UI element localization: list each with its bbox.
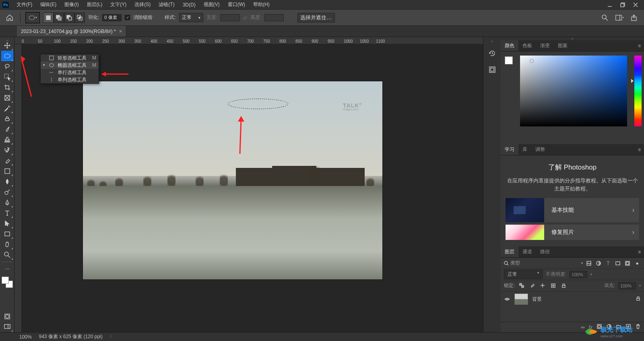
feather-input[interactable] <box>102 14 122 21</box>
flyout-ellipse-marquee[interactable]: • 椭圆选框工具 M <box>41 62 99 69</box>
gradient-tool-icon[interactable] <box>1 166 13 176</box>
menu-image[interactable]: 图像(I) <box>61 0 82 9</box>
blur-tool-icon[interactable] <box>1 176 13 187</box>
menu-3d[interactable]: 3D(D) <box>179 1 199 9</box>
tab-adjustments[interactable]: 调整 <box>531 144 549 155</box>
quick-select-tool-icon[interactable] <box>1 72 13 82</box>
color-field[interactable] <box>520 56 627 126</box>
edit-toolbar-icon[interactable]: ⋯ <box>1 264 13 274</box>
menu-help[interactable]: 帮助(H) <box>250 0 273 9</box>
lasso-tool-icon[interactable] <box>1 61 13 72</box>
menu-view[interactable]: 视图(V) <box>200 0 223 9</box>
properties-panel-icon[interactable] <box>487 64 498 75</box>
color-cursor-icon[interactable] <box>530 59 534 63</box>
tutorial-basics[interactable]: 基本技能 › <box>506 198 639 222</box>
fx-icon[interactable]: fx <box>589 324 592 330</box>
tab-paths[interactable]: 路径 <box>536 246 554 257</box>
document-dimensions[interactable]: 943 像素 x 625 像素 (120 ppi) <box>39 333 103 340</box>
hue-slider[interactable] <box>634 56 642 126</box>
menu-type[interactable]: 文字(Y) <box>107 0 130 9</box>
foreground-color-swatch[interactable] <box>2 277 9 284</box>
zoom-level[interactable]: 100% <box>19 334 32 340</box>
move-tool-icon[interactable] <box>1 40 13 51</box>
history-brush-tool-icon[interactable] <box>1 145 13 155</box>
selection-add-icon[interactable] <box>54 12 64 23</box>
tutorial-retouch[interactable]: 修复照片 › <box>506 225 639 240</box>
new-layer-icon[interactable] <box>625 324 631 331</box>
ruler-horizontal[interactable]: 0 50 100 150 200 250 300 350 400 450 500… <box>14 37 483 44</box>
visibility-toggle-icon[interactable] <box>504 296 510 302</box>
window-restore-icon[interactable] <box>618 1 627 8</box>
filter-image-icon[interactable] <box>585 260 592 267</box>
filter-adjust-icon[interactable] <box>595 260 602 267</box>
color-panel-swatches[interactable] <box>505 56 516 68</box>
selection-intersect-icon[interactable] <box>74 12 85 23</box>
mask-icon[interactable] <box>597 324 602 331</box>
ruler-vertical[interactable] <box>14 44 22 332</box>
window-minimize-icon[interactable] <box>605 1 614 8</box>
marquee-tool-icon[interactable] <box>1 51 13 61</box>
close-tab-icon[interactable]: × <box>119 28 122 34</box>
status-menu-icon[interactable]: 〉 <box>110 334 114 339</box>
canvas[interactable]: 矩形选框工具 M • 椭圆选框工具 M 单行选框工具 单列选框 <box>22 44 483 332</box>
share-icon[interactable] <box>630 13 638 22</box>
tab-gradients[interactable]: 渐变 <box>536 40 554 51</box>
current-tool-icon[interactable]: ▾ <box>25 12 40 23</box>
selection-new-icon[interactable] <box>43 12 54 23</box>
lock-all-icon[interactable] <box>560 282 567 289</box>
menu-filter[interactable]: 滤镜(T) <box>155 0 178 9</box>
screen-mode-icon[interactable] <box>1 322 13 332</box>
adjustment-layer-icon[interactable] <box>606 324 612 331</box>
layer-row-background[interactable]: 背景 <box>501 291 644 307</box>
lock-artboard-icon[interactable] <box>549 282 557 289</box>
select-and-mask-button[interactable]: 选择并遮住… <box>297 13 334 23</box>
pen-tool-icon[interactable] <box>1 197 13 208</box>
rectangle-tool-icon[interactable] <box>1 229 13 239</box>
menu-layer[interactable]: 图层(L) <box>83 0 106 9</box>
dodge-tool-icon[interactable] <box>1 187 13 197</box>
tab-layers[interactable]: 图层 <box>501 246 518 257</box>
window-close-icon[interactable] <box>631 1 640 8</box>
panel-menu-icon[interactable]: ≡ <box>635 43 644 49</box>
lock-icon[interactable] <box>636 296 641 302</box>
link-layers-icon[interactable]: ⇔ <box>581 324 585 330</box>
brush-tool-icon[interactable] <box>1 124 13 134</box>
menu-file[interactable]: 文件(F) <box>13 0 36 9</box>
selection-subtract-icon[interactable] <box>64 12 74 23</box>
layer-filter-type[interactable]: 类型▾ <box>504 260 583 267</box>
dock-grip-icon[interactable]: ‹‹ <box>489 39 495 43</box>
lock-position-icon[interactable] <box>539 282 546 289</box>
frame-tool-icon[interactable] <box>1 93 13 103</box>
flyout-single-row[interactable]: 单行选框工具 <box>41 69 99 76</box>
menu-edit[interactable]: 编辑(E) <box>37 0 60 9</box>
menu-select[interactable]: 选择(S) <box>131 0 154 9</box>
blend-mode-select[interactable]: 正常 ▾ <box>504 270 543 279</box>
filter-shape-icon[interactable] <box>614 260 621 267</box>
antialias-checkbox[interactable] <box>125 15 130 20</box>
menu-window[interactable]: 窗口(W) <box>224 0 249 9</box>
hand-tool-icon[interactable] <box>1 239 13 250</box>
lock-pixels-icon[interactable] <box>528 282 536 289</box>
delete-layer-icon[interactable] <box>635 324 641 331</box>
color-swatches[interactable] <box>2 277 13 288</box>
filter-type-icon[interactable]: T <box>605 260 612 267</box>
filter-smart-icon[interactable] <box>624 260 631 267</box>
tab-color[interactable]: 颜色 <box>501 40 518 51</box>
tab-swatches[interactable]: 色板 <box>518 40 536 51</box>
opacity-input[interactable]: 100% <box>570 271 587 278</box>
zoom-tool-icon[interactable] <box>1 250 13 260</box>
fill-input[interactable]: 100% <box>618 282 636 289</box>
eyedropper-tool-icon[interactable] <box>1 103 13 114</box>
flyout-single-column[interactable]: 单列选框工具 <box>41 76 99 83</box>
eraser-tool-icon[interactable] <box>1 155 13 166</box>
flyout-rect-marquee[interactable]: 矩形选框工具 M <box>41 54 99 62</box>
tab-libraries[interactable]: 库 <box>518 144 531 155</box>
filter-toggle-icon[interactable]: ● <box>634 260 641 267</box>
tab-learn[interactable]: 学习 <box>501 144 518 155</box>
quick-mask-icon[interactable] <box>1 311 13 322</box>
type-tool-icon[interactable] <box>1 208 13 218</box>
home-button[interactable] <box>4 12 15 23</box>
history-panel-icon[interactable] <box>487 48 498 59</box>
search-icon[interactable] <box>601 13 609 22</box>
crop-tool-icon[interactable] <box>1 82 13 93</box>
